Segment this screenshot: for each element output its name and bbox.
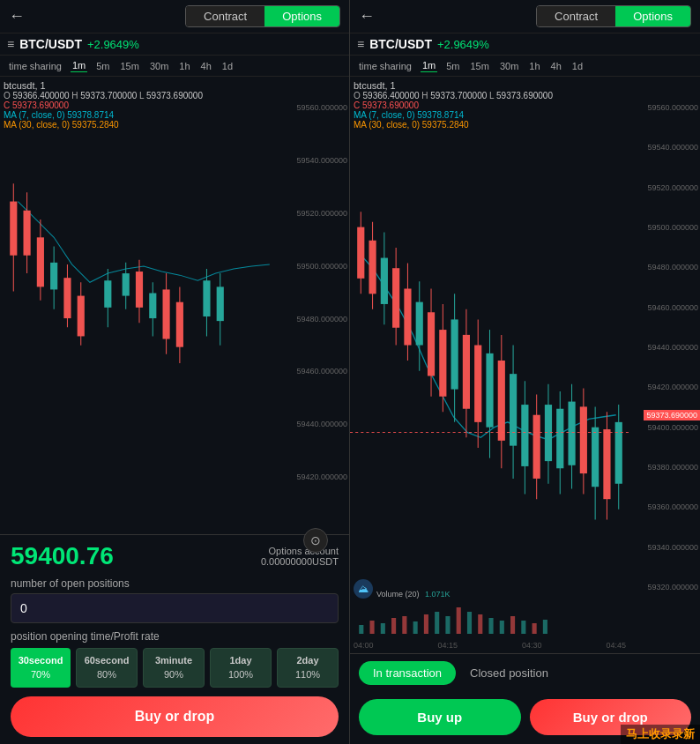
svg-rect-7 <box>50 263 57 290</box>
left-time-30m[interactable]: 30m <box>148 59 170 72</box>
svg-rect-85 <box>467 612 472 634</box>
left-tab-contract[interactable]: Contract <box>186 6 264 26</box>
svg-rect-27 <box>217 286 224 321</box>
right-symbol-bar: ≡ BTC/USDT +2.9649% <box>350 33 700 56</box>
right-tab-group: Contract Options <box>536 5 691 27</box>
svg-rect-77 <box>381 623 385 634</box>
svg-rect-9 <box>63 278 71 318</box>
left-time-4h[interactable]: 4h <box>199 59 213 72</box>
left-time-15m[interactable]: 15m <box>118 59 140 72</box>
svg-rect-69 <box>592 428 599 487</box>
svg-rect-11 <box>78 296 85 337</box>
left-time-bar: time sharing 1m 5m 15m 30m 1h 4h 1d <box>0 56 349 77</box>
left-pair-line: btcusdt, 1 <box>4 80 203 91</box>
left-positions-label: number of open positions <box>11 577 339 590</box>
svg-rect-89 <box>510 616 515 634</box>
svg-rect-25 <box>203 280 210 316</box>
svg-rect-15 <box>123 273 130 295</box>
svg-rect-39 <box>416 302 423 346</box>
left-tp-60s[interactable]: 60second 80% <box>76 648 138 688</box>
left-back-button[interactable]: ← <box>9 7 25 26</box>
right-time-15m[interactable]: 15m <box>468 59 490 72</box>
right-volume-svg <box>350 599 629 634</box>
left-profit-label: position opening time/Profit rate <box>11 630 339 643</box>
left-price-row: 59400.76 Options account 0.00000000USDT <box>11 542 339 570</box>
right-time-sharing[interactable]: time sharing <box>357 59 413 72</box>
right-time-1d[interactable]: 1d <box>570 59 585 72</box>
right-time-axis: 04:00 04:15 04:30 04:45 <box>350 641 629 650</box>
svg-rect-33 <box>381 258 388 304</box>
left-account-label: Options account <box>261 546 339 556</box>
left-tp-3m[interactable]: 3minute 90% <box>143 648 205 688</box>
right-back-button[interactable]: ← <box>359 7 375 26</box>
svg-rect-83 <box>445 616 450 634</box>
right-watermark: 马上收录录新 <box>621 725 700 744</box>
right-tab-contract[interactable]: Contract <box>537 6 615 26</box>
svg-rect-65 <box>568 402 575 465</box>
svg-rect-76 <box>369 621 374 634</box>
left-positions-input[interactable] <box>11 593 339 623</box>
right-tab-closed-position[interactable]: Closed position <box>456 661 562 685</box>
svg-rect-5 <box>37 237 44 286</box>
svg-rect-71 <box>603 429 610 499</box>
svg-rect-86 <box>478 614 482 634</box>
svg-rect-51 <box>486 353 493 428</box>
svg-rect-55 <box>510 374 517 446</box>
left-time-sharing[interactable]: time sharing <box>7 59 63 72</box>
svg-rect-90 <box>521 621 525 634</box>
svg-rect-91 <box>532 623 537 634</box>
left-bottom-panel: ⊙ 59400.76 Options account 0.00000000USD… <box>0 534 349 744</box>
svg-rect-41 <box>428 312 435 376</box>
right-ma30: MA (30, close, 0) 59375.2840 <box>354 120 553 130</box>
svg-rect-21 <box>163 289 170 339</box>
left-tp-1d[interactable]: 1day 100% <box>210 648 272 688</box>
right-header: ← Contract Options <box>350 0 700 33</box>
right-time-5m[interactable]: 5m <box>444 59 461 72</box>
right-time-1m[interactable]: 1m <box>421 59 437 72</box>
svg-rect-81 <box>424 614 428 634</box>
left-time-1h[interactable]: 1h <box>177 59 191 72</box>
left-tab-options[interactable]: Options <box>264 6 339 26</box>
right-chart-info: btcusdt, 1 O 59366.400000 H 59373.700000… <box>354 80 553 130</box>
right-pair-line: btcusdt, 1 <box>354 80 553 91</box>
left-time-5m[interactable]: 5m <box>94 59 111 72</box>
svg-rect-37 <box>404 288 411 345</box>
right-ma7: MA (7, close, 0) 59378.8714 <box>354 110 553 120</box>
left-buy-drop-button[interactable]: Buy or drop <box>11 696 339 737</box>
svg-rect-35 <box>392 268 399 328</box>
right-time-4h[interactable]: 4h <box>549 59 563 72</box>
svg-rect-82 <box>435 612 439 634</box>
left-time-1m[interactable]: 1m <box>71 59 87 72</box>
right-tab-in-transaction[interactable]: In transaction <box>359 661 456 685</box>
svg-rect-78 <box>391 618 396 634</box>
left-header: ← Contract Options <box>0 0 349 33</box>
left-tp-2d[interactable]: 2day 110% <box>277 648 339 688</box>
svg-rect-47 <box>463 335 470 409</box>
left-chart-svg <box>0 130 279 417</box>
svg-rect-87 <box>488 618 493 634</box>
left-time-1d[interactable]: 1d <box>220 59 235 72</box>
svg-rect-45 <box>451 319 458 389</box>
svg-rect-67 <box>580 406 587 473</box>
svg-rect-19 <box>149 294 156 319</box>
left-tp-30s[interactable]: 30second 70% <box>11 648 71 688</box>
left-symbol-name: BTC/USDT <box>19 37 82 51</box>
left-time-profit-row: 30second 70% 60second 80% 3minute 90% 1d… <box>11 648 339 688</box>
svg-rect-79 <box>402 616 406 634</box>
right-price-scale: 59560.000000 59540.000000 59520.000000 5… <box>647 103 698 591</box>
right-menu-icon: ≡ <box>357 37 364 51</box>
svg-rect-88 <box>500 621 504 634</box>
left-symbol-bar: ≡ BTC/USDT +2.9649% <box>0 33 349 56</box>
right-symbol-name: BTC/USDT <box>369 37 432 51</box>
right-time-30m[interactable]: 30m <box>498 59 520 72</box>
svg-rect-75 <box>359 625 363 634</box>
right-time-1h[interactable]: 1h <box>527 59 541 72</box>
left-price-scale: 59560.000000 59540.000000 59520.000000 5… <box>296 103 347 481</box>
svg-rect-17 <box>136 272 143 308</box>
svg-rect-49 <box>474 346 481 422</box>
svg-rect-92 <box>543 620 547 634</box>
right-tab-options[interactable]: Options <box>615 6 690 26</box>
left-close-line: C 59373.690000 <box>4 100 203 110</box>
svg-rect-80 <box>413 621 418 634</box>
right-buy-up-button[interactable]: Buy up <box>359 699 521 735</box>
